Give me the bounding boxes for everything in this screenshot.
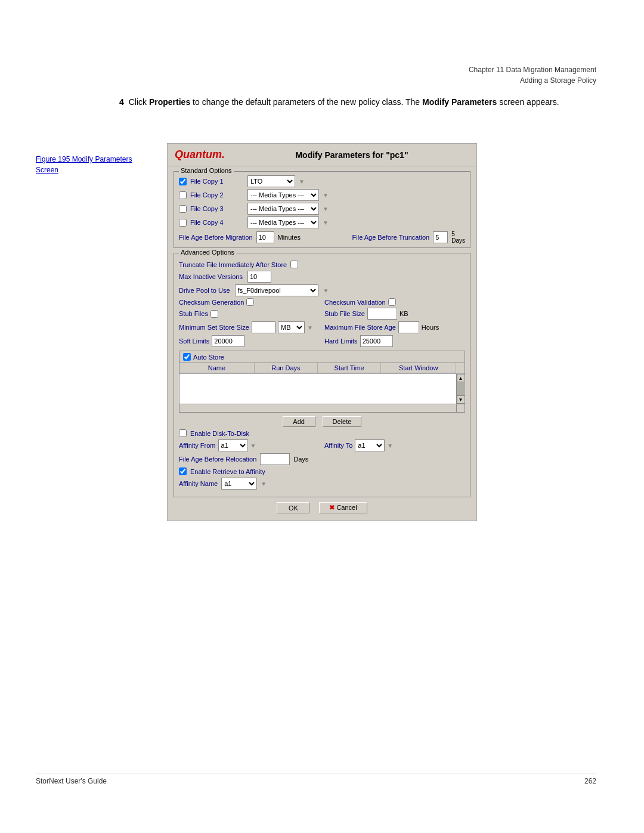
col-startwindow: Start Window xyxy=(381,363,456,373)
dialog-body: Standard Options File Copy 1 LTO ▼ File … xyxy=(168,166,476,521)
file-copy-2-label: File Copy 2 xyxy=(190,191,244,199)
stub-size-input[interactable] xyxy=(367,308,397,320)
max-inactive-row: Max Inactive Versions xyxy=(179,271,465,283)
stub-size-col: Stub File Size KB xyxy=(324,308,465,320)
footer-left: StorNext User's Guide xyxy=(36,777,107,785)
min-store-unit-arrow: ▼ xyxy=(307,324,313,331)
truncate-label: Truncate File Immediately After Store xyxy=(179,261,287,268)
vertical-scrollbar[interactable]: ▲ ▼ xyxy=(456,374,465,404)
scroll-up-arrow[interactable]: ▲ xyxy=(457,374,465,382)
file-copy-1-dropdown-arrow: ▼ xyxy=(299,178,305,185)
scroll-down-arrow[interactable]: ▼ xyxy=(457,395,465,404)
affinity-to-arrow: ▼ xyxy=(387,442,393,449)
affinity-to-col: Affinity To a1 ▼ xyxy=(324,439,465,451)
affinity-from-arrow: ▼ xyxy=(250,442,256,449)
add-button[interactable]: Add xyxy=(283,416,315,427)
step-text-before: Click xyxy=(129,97,149,107)
min-store-unit-select[interactable]: MB xyxy=(278,321,305,333)
affinity-from-label: Affinity From xyxy=(179,442,216,449)
max-file-age-input[interactable] xyxy=(398,321,419,333)
file-copy-3-checkbox[interactable] xyxy=(179,205,187,213)
file-age-migration-label: File Age Before Migration xyxy=(179,234,253,241)
delete-button[interactable]: Delete xyxy=(323,416,362,427)
file-copy-1-select[interactable]: LTO xyxy=(247,175,295,187)
step-text: 4 Click Properties to change the default… xyxy=(119,95,596,109)
drive-pool-row: Drive Pool to Use fs_F0drivepool ▼ xyxy=(179,284,465,296)
auto-store-label: Auto Store xyxy=(193,354,224,361)
add-delete-row: Add Delete xyxy=(179,416,465,427)
checksum-gen-col: Checksum Generation xyxy=(179,298,320,306)
affinity-to-label: Affinity To xyxy=(324,442,352,449)
relocation-age-input[interactable] xyxy=(260,453,290,465)
affinity-from-col: Affinity From a1 ▼ xyxy=(179,439,320,451)
stub-files-checkbox[interactable] xyxy=(210,310,218,318)
disk-to-disk-checkbox[interactable] xyxy=(179,429,187,437)
affinity-to-select[interactable]: a1 xyxy=(355,439,385,451)
max-file-age-unit: Hours xyxy=(422,324,439,331)
page-header: Chapter 11 Data Migration Management Add… xyxy=(469,64,596,86)
file-copy-3-dropdown-arrow: ▼ xyxy=(323,206,329,212)
auto-store-checkbox[interactable] xyxy=(183,353,191,361)
page-footer: StorNext User's Guide 262 xyxy=(36,777,596,785)
checksum-row: Checksum Generation Checksum Validation xyxy=(179,298,465,306)
stub-files-row: Stub Files Stub File Size KB xyxy=(179,308,465,320)
auto-store-col-headers: Name Run Days Start Time Start Window xyxy=(179,363,465,374)
min-store-input[interactable] xyxy=(252,321,275,333)
max-file-age-col: Maximum File Store Age Hours xyxy=(324,321,465,333)
col-name: Name xyxy=(179,363,255,373)
max-inactive-label: Max Inactive Versions xyxy=(179,273,243,280)
step-mid1: to change the default parameters of the … xyxy=(190,97,422,107)
age-row: File Age Before Migration Minutes File A… xyxy=(179,231,465,244)
standard-options-section: Standard Options File Copy 1 LTO ▼ File … xyxy=(174,171,470,248)
drive-pool-select[interactable]: fs_F0drivepool xyxy=(235,284,318,296)
checksum-val-checkbox[interactable] xyxy=(388,298,396,306)
soft-limits-input[interactable] xyxy=(212,335,244,347)
advanced-options-section: Advanced Options Truncate File Immediate… xyxy=(174,253,470,497)
retrieve-affinity-row: Enable Retrieve to Affinity xyxy=(179,467,465,475)
ok-button[interactable]: OK xyxy=(277,502,309,513)
file-copy-1-checkbox[interactable] xyxy=(179,178,187,185)
file-age-truncation-label: File Age Before Truncation xyxy=(352,234,430,241)
file-copy-3-select[interactable]: --- Media Types --- xyxy=(247,203,319,215)
max-inactive-input[interactable] xyxy=(247,271,271,283)
retrieve-affinity-label: Enable Retrieve to Affinity xyxy=(190,468,265,475)
footer-right: 262 xyxy=(584,777,596,785)
file-copy-2-checkbox[interactable] xyxy=(179,191,187,199)
auto-store-table-content xyxy=(179,374,456,404)
disk-to-disk-label: Enable Disk-To-Disk xyxy=(190,430,249,437)
file-copy-3-row: File Copy 3 --- Media Types --- ▼ xyxy=(179,203,465,215)
hard-limits-input[interactable] xyxy=(360,335,393,347)
step-bold2: Modify Parameters xyxy=(422,97,497,107)
file-age-truncation-input[interactable] xyxy=(433,231,448,243)
affinity-name-select[interactable]: a1 xyxy=(221,478,257,490)
affinity-from-select[interactable]: a1 xyxy=(218,439,248,451)
step-mid2: screen appears. xyxy=(497,97,559,107)
file-age-migration-input[interactable] xyxy=(256,231,274,243)
file-copy-2-row: File Copy 2 --- Media Types --- ▼ xyxy=(179,189,465,201)
stub-files-label: Stub Files xyxy=(179,310,208,317)
truncate-checkbox[interactable] xyxy=(290,261,298,268)
step-bold1: Properties xyxy=(149,97,190,107)
file-copy-4-select[interactable]: --- Media Types --- xyxy=(247,216,319,228)
scroll-track xyxy=(457,382,465,395)
cancel-button[interactable]: ✖ Cancel xyxy=(319,502,367,513)
file-copy-2-dropdown-arrow: ▼ xyxy=(323,192,329,199)
truncation-unit-top: 5 xyxy=(451,231,465,237)
limits-row: Soft Limits Hard Limits xyxy=(179,335,465,347)
file-age-truncation-unit-block: 5 Days xyxy=(451,231,465,244)
horizontal-scrollbar[interactable] xyxy=(179,404,456,412)
truncate-row: Truncate File Immediately After Store xyxy=(179,261,465,268)
checksum-val-col: Checksum Validation xyxy=(324,298,465,306)
affinity-name-label: Affinity Name xyxy=(179,480,218,487)
min-store-label: Minimum Set Store Size xyxy=(179,324,249,331)
retrieve-affinity-checkbox[interactable] xyxy=(179,467,187,475)
file-copy-2-select[interactable]: --- Media Types --- xyxy=(247,189,319,201)
stub-files-col: Stub Files xyxy=(179,310,320,318)
page-divider xyxy=(36,773,596,773)
horizontal-scrollbar-area xyxy=(179,404,465,412)
file-copy-1-row: File Copy 1 LTO ▼ xyxy=(179,175,465,187)
checksum-gen-checkbox[interactable] xyxy=(246,298,254,306)
checksum-val-label: Checksum Validation xyxy=(324,299,386,306)
file-copy-4-checkbox[interactable] xyxy=(179,219,187,227)
min-store-col: Minimum Set Store Size MB ▼ xyxy=(179,321,320,333)
